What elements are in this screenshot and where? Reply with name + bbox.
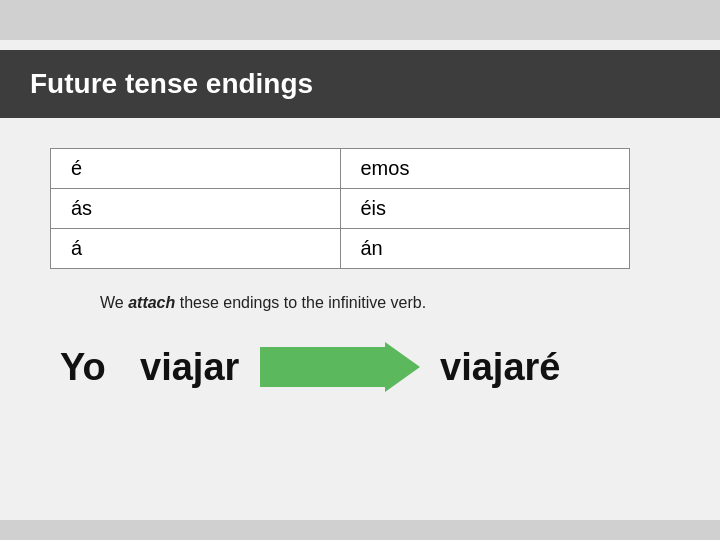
yo-label: Yo [60, 346, 120, 389]
attach-italic: attach [128, 294, 175, 311]
bottom-bar [0, 520, 720, 540]
top-bar [0, 0, 720, 40]
viajar-label: viajar [140, 346, 240, 389]
attach-description: We attach these endings to the infinitiv… [100, 294, 670, 312]
viajar-result: viajaré [440, 346, 560, 389]
arrow-head [385, 342, 420, 392]
endings-table: éemosáséisáán [50, 148, 630, 269]
table-cell: é [51, 149, 341, 189]
arrow-body [260, 347, 390, 387]
page-title: Future tense endings [30, 68, 690, 100]
arrow-icon [260, 342, 420, 392]
arrow-container [260, 342, 420, 392]
table-cell: emos [340, 149, 630, 189]
table-cell: án [340, 229, 630, 269]
content-area: éemosáséisáán We attach these endings to… [0, 118, 720, 422]
example-row: Yo viajar viajaré [60, 342, 670, 392]
title-bar: Future tense endings [0, 50, 720, 118]
table-cell: éis [340, 189, 630, 229]
table-cell: ás [51, 189, 341, 229]
table-cell: á [51, 229, 341, 269]
